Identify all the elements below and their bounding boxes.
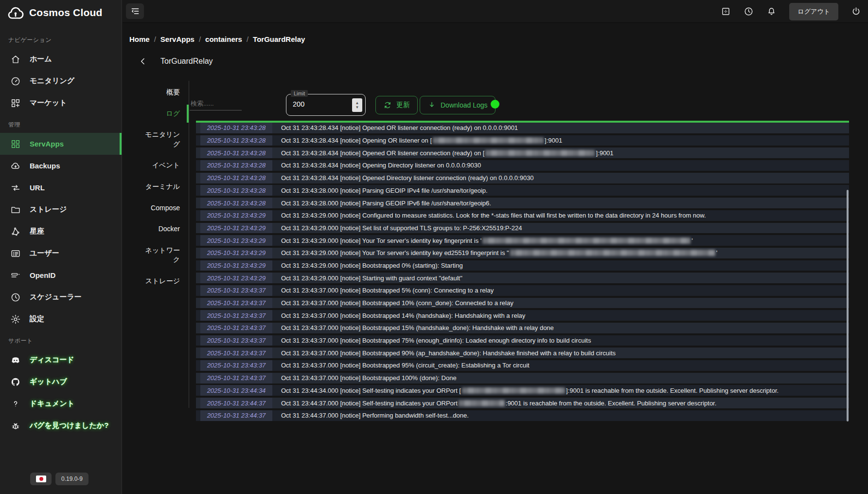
- tab-overview[interactable]: 概要: [122, 82, 189, 103]
- log-scrollbar[interactable]: [847, 190, 849, 421]
- log-timestamp: 2025-10-31 23:44:37: [200, 398, 272, 408]
- breadcrumb-item[interactable]: Home: [129, 35, 150, 43]
- home-icon: [10, 54, 21, 65]
- log-row: 2025-10-31 23:43:28Oct 31 23:43:28.434 […: [196, 147, 849, 158]
- log-row: 2025-10-31 23:43:37Oct 31 23:43:37.000 […: [196, 310, 849, 321]
- container-tabs: 概要ログモニタリングイベントターミナルComposeDockerネットワークスト…: [122, 82, 189, 292]
- sidebar-item-scheduler[interactable]: スケジューラー: [0, 286, 122, 308]
- log-timestamp: 2025-10-31 23:44:37: [200, 410, 272, 421]
- log-row: 2025-10-31 23:43:29Oct 31 23:43:29.000 […: [196, 273, 849, 283]
- refresh-button[interactable]: 更新: [375, 96, 418, 114]
- tab-storage[interactable]: ストレージ: [122, 271, 189, 292]
- power-icon[interactable]: [851, 6, 861, 17]
- log-row: 2025-10-31 23:43:37Oct 31 23:43:37.000 […: [196, 373, 849, 384]
- app-root: Cosmos Cloud ナビゲーションホームモニタリングマーケット管理Serv…: [0, 0, 868, 494]
- sidebar-item-github[interactable]: ギットハブ: [0, 371, 122, 393]
- tab-label: 概要: [166, 88, 180, 97]
- log-timestamp: 2025-10-31 23:43:29: [200, 210, 272, 221]
- sidebar-item-openid[interactable]: OpenID: [0, 264, 122, 286]
- limit-field-value: 200: [293, 100, 304, 108]
- sidebar-item-bug-report[interactable]: バグを見つけましたか?: [0, 415, 122, 437]
- japan-flag-icon: [36, 476, 46, 482]
- log-timestamp: 2025-10-31 23:43:37: [200, 373, 272, 384]
- log-timestamp: 2025-10-31 23:43:37: [200, 360, 272, 371]
- log-row: 2025-10-31 23:43:28Oct 31 23:43:28.434 […: [196, 123, 849, 133]
- sidebar-toggle-button[interactable]: [126, 3, 144, 19]
- tab-monitoring[interactable]: モニタリング: [122, 124, 189, 155]
- sidebar-item-monitoring[interactable]: モニタリング: [0, 70, 122, 92]
- chevron-left-icon: [138, 56, 148, 66]
- breadcrumb-item[interactable]: containers: [205, 35, 242, 43]
- log-row: 2025-10-31 23:43:29Oct 31 23:43:29.000 […: [196, 223, 849, 234]
- log-message: Oct 31 23:44:37.000 [notice] Performing …: [281, 412, 469, 419]
- history-clock-icon[interactable]: [744, 6, 754, 17]
- breadcrumb-item[interactable]: ServApps: [160, 35, 195, 43]
- tab-label: イベント: [152, 161, 180, 170]
- tabs-divider: [189, 81, 189, 408]
- sidebar-item-label: 星座: [30, 227, 44, 236]
- log-row: 2025-10-31 23:43:37Oct 31 23:43:37.000 […: [196, 285, 849, 296]
- nav-section-label: 管理: [0, 114, 122, 133]
- sidebar-item-url[interactable]: URL: [0, 177, 122, 199]
- tab-compose[interactable]: Compose: [122, 198, 189, 219]
- sidebar-item-servapps[interactable]: ServApps: [0, 133, 122, 155]
- tab-label: ターミナル: [145, 182, 180, 192]
- sidebar-item-users[interactable]: ユーザー: [0, 242, 122, 264]
- log-row: 2025-10-31 23:43:28Oct 31 23:43:28.434 […: [196, 160, 849, 171]
- logout-button[interactable]: ログアウト: [789, 3, 838, 20]
- breadcrumb: Home/ServApps/containers/TorGuardRelay: [129, 35, 305, 43]
- topbar-actions: ログアウト: [721, 0, 861, 23]
- log-row: 2025-10-31 23:44:37Oct 31 23:44:37.000 […: [196, 398, 849, 408]
- back-button[interactable]: [138, 56, 148, 66]
- log-row: 2025-10-31 23:43:37Oct 31 23:43:37.000 […: [196, 298, 849, 309]
- clock-icon: [10, 292, 21, 303]
- log-timestamp: 2025-10-31 23:43:28: [200, 160, 272, 171]
- apps-icon[interactable]: [721, 6, 731, 17]
- openid-icon: [10, 270, 21, 281]
- sidebar-item-settings[interactable]: 設定: [0, 308, 122, 330]
- log-message: Oct 31 23:43:29.000 [notice] Configured …: [281, 212, 706, 219]
- sidebar-item-constellation[interactable]: 星座: [0, 220, 122, 242]
- tab-label: Docker: [159, 224, 180, 234]
- tab-docker[interactable]: Docker: [122, 219, 189, 240]
- sidebar-item-home[interactable]: ホーム: [0, 48, 122, 70]
- sidebar-item-backups[interactable]: Backups: [0, 155, 122, 177]
- limit-field[interactable]: Limit 200 ▲▼: [286, 94, 366, 116]
- language-flag-button[interactable]: [30, 473, 52, 485]
- indent-menu-icon: [130, 6, 140, 16]
- log-row: 2025-10-31 23:43:29Oct 31 23:43:29.000 […: [196, 260, 849, 271]
- log-timestamp: 2025-10-31 23:43:37: [200, 310, 272, 321]
- sidebar-item-label: ServApps: [30, 140, 64, 148]
- page-title: TorGuardRelay: [160, 57, 213, 66]
- gear-icon: [10, 314, 21, 325]
- notifications-bell-icon[interactable]: [766, 6, 777, 17]
- sidebar-item-label: ユーザー: [30, 249, 59, 258]
- log-timestamp: 2025-10-31 23:43:28: [200, 185, 272, 196]
- log-message: Oct 31 23:43:29.000 [notice] Your Tor se…: [281, 237, 693, 244]
- log-timestamp: 2025-10-31 23:43:29: [200, 248, 272, 258]
- redacted-text: [462, 387, 565, 394]
- breadcrumb-separator: /: [154, 35, 156, 43]
- cloud-icon: [10, 161, 21, 171]
- app-logo[interactable]: Cosmos Cloud: [7, 4, 103, 21]
- limit-stepper[interactable]: ▲▼: [352, 98, 362, 112]
- sidebar-item-docs[interactable]: ドキュメント: [0, 393, 122, 415]
- version-badge[interactable]: 0.19.0-9: [55, 473, 89, 485]
- sidebar-item-discord[interactable]: ディスコード: [0, 349, 122, 371]
- download-logs-button[interactable]: Download Logs: [420, 96, 496, 114]
- tab-terminal[interactable]: ターミナル: [122, 176, 189, 198]
- discord-icon: [10, 355, 21, 366]
- log-message: Oct 31 23:43:28.000 [notice] Parsing GEO…: [281, 187, 488, 194]
- topbar: ログアウト: [123, 0, 868, 23]
- log-message: Oct 31 23:43:29.000 [notice] Starting wi…: [281, 274, 462, 282]
- sidebar-item-market[interactable]: マーケット: [0, 92, 122, 114]
- market-icon: [10, 98, 21, 109]
- download-icon: [427, 101, 436, 110]
- tab-events[interactable]: イベント: [122, 155, 189, 176]
- sidebar-item-storage[interactable]: ストレージ: [0, 199, 122, 220]
- tab-network[interactable]: ネットワーク: [122, 240, 189, 271]
- search-input[interactable]: [190, 99, 242, 110]
- tab-logs[interactable]: ログ: [122, 103, 189, 125]
- log-timestamp: 2025-10-31 23:43:37: [200, 298, 272, 309]
- log-message: Oct 31 23:43:37.000 [notice] Bootstrappe…: [281, 312, 525, 319]
